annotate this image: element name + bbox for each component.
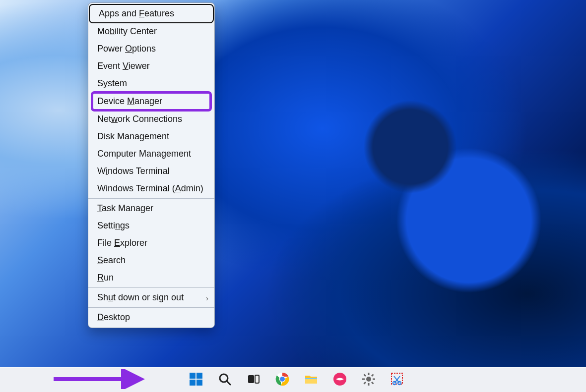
- chevron-right-icon: ›: [206, 293, 208, 302]
- menu-item-windows-terminal[interactable]: Windows Terminal: [88, 163, 214, 180]
- settings-icon: [361, 372, 376, 389]
- menu-item-task-manager[interactable]: Task Manager: [88, 200, 214, 217]
- menu-separator: [88, 287, 214, 288]
- menu-item-label: Computer Management: [97, 149, 191, 159]
- svg-rect-3: [196, 380, 202, 386]
- menu-item-label: System: [97, 78, 127, 88]
- menu-item-label: Settings: [97, 221, 130, 230]
- svg-rect-2: [190, 380, 195, 386]
- svg-point-13: [366, 377, 371, 382]
- menu-item-power-options[interactable]: Power Options: [88, 40, 214, 57]
- menu-item-label: Task Manager: [97, 203, 153, 213]
- menu-item-network-connections[interactable]: Network Connections: [88, 111, 214, 128]
- menu-item-event-viewer[interactable]: Event Viewer: [88, 57, 214, 75]
- menu-item-shutdown[interactable]: Shut down or sign out›: [88, 289, 214, 306]
- taskbar-explorer-button[interactable]: [301, 370, 322, 391]
- svg-line-21: [364, 382, 366, 384]
- taskbar-lips-button[interactable]: [329, 370, 350, 391]
- menu-item-search[interactable]: Search: [88, 252, 214, 269]
- svg-line-20: [372, 374, 374, 376]
- taskbar-snip-button[interactable]: [387, 370, 408, 391]
- menu-item-system[interactable]: System: [88, 75, 214, 92]
- menu-item-mobility-center[interactable]: Mobility Center: [88, 23, 214, 40]
- menu-separator: [88, 198, 214, 199]
- menu-item-label: File Explorer: [97, 238, 147, 248]
- svg-point-10: [280, 377, 285, 382]
- taskbar: [0, 367, 586, 392]
- lips-icon: [332, 372, 347, 389]
- menu-item-label: Windows Terminal (Admin): [97, 183, 203, 193]
- svg-rect-1: [196, 373, 202, 379]
- svg-rect-6: [248, 375, 254, 383]
- menu-item-label: Mobility Center: [97, 26, 157, 36]
- taskbar-settings-button[interactable]: [358, 370, 379, 391]
- taskbar-taskview-button[interactable]: [243, 370, 264, 391]
- menu-item-apps-features[interactable]: Apps and Features: [90, 5, 213, 22]
- menu-item-label: Power Options: [97, 44, 156, 54]
- winx-context-menu: Apps and FeaturesMobility CenterPower Op…: [88, 2, 215, 328]
- svg-rect-7: [255, 375, 259, 383]
- explorer-icon: [304, 372, 319, 389]
- menu-item-label: Run: [97, 273, 114, 282]
- menu-item-label: Desktop: [97, 312, 130, 322]
- menu-item-label: Disk Management: [97, 131, 169, 141]
- svg-line-19: [372, 382, 374, 384]
- svg-line-5: [227, 381, 230, 385]
- menu-item-label: Network Connections: [97, 114, 182, 124]
- menu-item-desktop[interactable]: Desktop: [88, 309, 214, 326]
- menu-item-run[interactable]: Run: [88, 269, 214, 286]
- taskbar-chrome-button[interactable]: [272, 370, 293, 391]
- svg-rect-11: [305, 378, 317, 379]
- menu-item-label: Shut down or sign out: [97, 292, 184, 302]
- taskview-icon: [247, 372, 260, 388]
- svg-rect-0: [190, 373, 195, 379]
- menu-item-disk-management[interactable]: Disk Management: [88, 128, 214, 145]
- menu-separator: [88, 307, 214, 308]
- svg-line-18: [364, 374, 366, 376]
- search-icon: [218, 372, 232, 388]
- taskbar-start-button[interactable]: [186, 370, 206, 391]
- menu-item-label: Windows Terminal: [97, 166, 170, 176]
- menu-item-label: Apps and Features: [99, 8, 174, 18]
- snip-icon: [390, 372, 405, 389]
- menu-item-settings[interactable]: Settings: [88, 217, 214, 234]
- chrome-icon: [275, 372, 290, 389]
- menu-item-label: Device Manager: [97, 96, 162, 106]
- menu-item-file-explorer[interactable]: File Explorer: [88, 234, 214, 252]
- start-icon: [189, 372, 203, 389]
- menu-item-computer-management[interactable]: Computer Management: [88, 145, 214, 163]
- menu-item-label: Search: [97, 255, 126, 265]
- menu-item-label: Event Viewer: [97, 61, 150, 71]
- menu-item-windows-terminal-admin[interactable]: Windows Terminal (Admin): [88, 180, 214, 197]
- taskbar-search-button[interactable]: [214, 370, 235, 391]
- menu-item-device-manager[interactable]: Device Manager: [92, 93, 210, 110]
